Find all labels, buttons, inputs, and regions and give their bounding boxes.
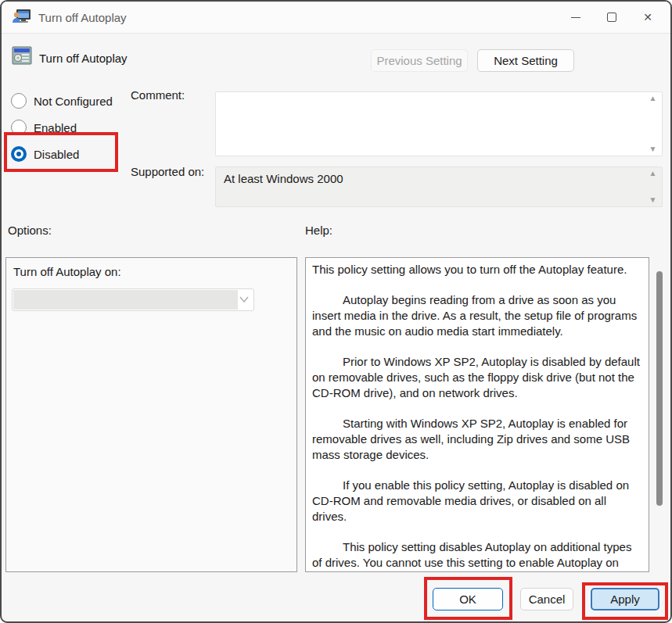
scroll-down-icon[interactable]: ▼ — [649, 196, 657, 204]
help-section-label: Help: — [305, 224, 332, 237]
comment-scrollbar[interactable]: ▲ ▼ — [644, 92, 662, 156]
radio-label: Not Configured — [34, 95, 113, 108]
dropdown-label: Turn off Autoplay on: — [13, 265, 121, 278]
autoplay-target-dropdown[interactable] — [12, 288, 254, 311]
radio-not-configured[interactable]: Not Configured — [11, 92, 113, 109]
window-controls: ✕ — [558, 2, 666, 33]
ok-button[interactable]: OK — [433, 588, 503, 610]
supported-on-value: At least Windows 2000 — [224, 172, 343, 185]
close-button[interactable]: ✕ — [630, 2, 666, 33]
policy-dialog-window: Turn off Autoplay ✕ Turn off Autoplay Pr… — [0, 0, 672, 623]
help-paragraph: Autoplay begins reading from a drive as … — [312, 292, 642, 339]
supported-on-box: At least Windows 2000 ▲ ▼ — [215, 166, 663, 207]
options-panel: Turn off Autoplay on: — [5, 257, 297, 572]
comment-label: Comment: — [131, 88, 185, 102]
titlebar: Turn off Autoplay ✕ — [2, 2, 670, 34]
chevron-down-icon — [239, 295, 250, 303]
setting-title: Turn off Autoplay — [39, 52, 128, 65]
scroll-up-icon[interactable]: ▲ — [649, 170, 657, 177]
radio-enabled[interactable]: Enabled — [11, 119, 77, 136]
scroll-up-icon[interactable]: ▲ — [649, 95, 657, 102]
help-paragraph: Starting with Windows XP SP2, Autoplay i… — [312, 416, 642, 463]
minimize-button[interactable] — [558, 2, 594, 33]
radio-circle-selected-icon — [11, 146, 27, 162]
previous-setting-button[interactable]: Previous Setting — [371, 49, 468, 72]
dropdown-value — [13, 290, 238, 310]
radio-label: Enabled — [34, 121, 77, 134]
radio-circle-icon — [11, 93, 27, 109]
close-icon: ✕ — [643, 12, 652, 23]
radio-label: Disabled — [34, 148, 79, 161]
help-paragraph: This policy setting disables Autoplay on… — [312, 539, 642, 572]
group-policy-app-icon — [12, 9, 31, 26]
minimize-icon — [571, 17, 580, 18]
help-panel[interactable]: This policy setting allows you to turn o… — [305, 257, 649, 572]
policy-setting-icon — [12, 45, 32, 66]
maximize-button[interactable] — [594, 2, 630, 33]
radio-circle-icon — [11, 120, 27, 135]
help-paragraph: Prior to Windows XP SP2, Autoplay is dis… — [312, 354, 642, 401]
help-scrollbar-thumb[interactable] — [656, 271, 663, 506]
comment-textarea[interactable]: ▲ ▼ — [215, 91, 663, 156]
maximize-icon — [607, 13, 616, 22]
options-section-label: Options: — [8, 224, 52, 237]
help-paragraph: If you enable this policy setting, Autop… — [312, 478, 642, 525]
radio-disabled[interactable]: Disabled — [11, 145, 79, 163]
next-setting-button[interactable]: Next Setting — [477, 49, 574, 72]
supported-scrollbar[interactable]: ▲ ▼ — [644, 167, 662, 206]
supported-on-label: Supported on: — [131, 165, 204, 178]
scroll-down-icon[interactable]: ▼ — [649, 145, 657, 153]
window-title: Turn off Autoplay — [38, 11, 127, 24]
apply-button[interactable]: Apply — [591, 588, 659, 610]
cancel-button[interactable]: Cancel — [520, 588, 573, 610]
help-paragraph: This policy setting allows you to turn o… — [312, 262, 642, 277]
